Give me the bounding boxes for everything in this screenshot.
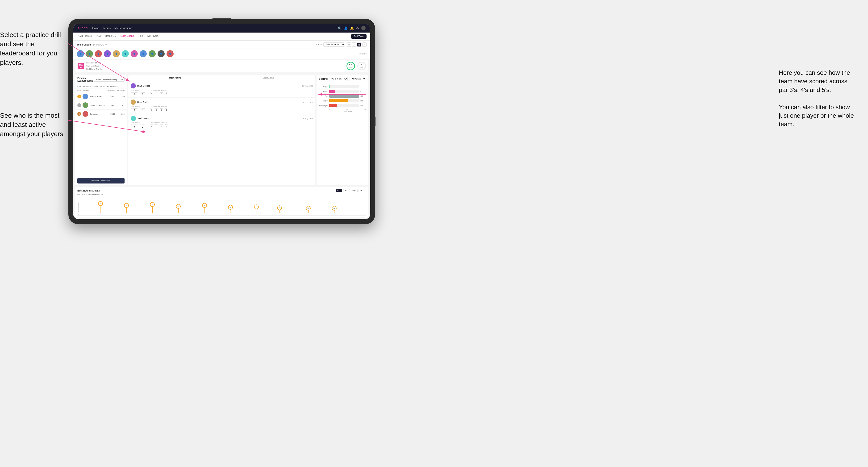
- tab-least-active[interactable]: Least Active: [222, 75, 315, 81]
- x-label-200: 200: [346, 108, 348, 110]
- shot-info-card: 198 SQ Shot Dist: 16 yds Start Lie: Roug…: [75, 60, 368, 72]
- shot-badge: 198 SQ: [78, 63, 84, 69]
- shot-circle-2-val: 0: [361, 64, 363, 67]
- players-label: Players: [360, 53, 367, 55]
- subnav-pga[interactable]: PGA: [96, 35, 101, 38]
- stat-practice-activities-2: Total Practice Activities OTT 0 APP 0: [150, 106, 168, 112]
- shot-start-lie: Start Lie: Rough: [86, 65, 103, 68]
- stat-rounds-label-1: Total Rounds: [131, 89, 145, 91]
- bell-icon[interactable]: 🔔: [350, 26, 354, 30]
- bar-label-eagles: Eagles: [319, 86, 328, 88]
- scoring-par-filter[interactable]: Par 3, 4 & 5s: [329, 77, 348, 81]
- stat-rounds-1: Total Rounds Tournament 7 Practice 6: [131, 89, 145, 96]
- subnav-links: PGAT Players PGA Hcaps 1-5 Team Clippd T…: [77, 35, 351, 38]
- nav-link-home[interactable]: Home: [92, 27, 99, 30]
- annotation-left1-text: Select a practice drill and see the lead…: [0, 31, 61, 66]
- view-list-icon[interactable]: ≡: [352, 42, 356, 47]
- activity-item-1: Blair McHarg 26 Aug 2023 Total Rounds To…: [128, 81, 315, 98]
- subnav-tour[interactable]: Tour: [138, 35, 143, 38]
- subnav: PGAT Players PGA Hcaps 1-5 Team Clippd T…: [73, 33, 370, 40]
- leaderboard-header-row: Practice Leaderboards PUTT Must Make Put…: [75, 75, 127, 84]
- nav-link-teams[interactable]: Teams: [103, 27, 111, 30]
- filter-app[interactable]: APP: [343, 189, 350, 192]
- shot-circle-2: 0 yds: [357, 62, 366, 70]
- streak-dot-5x-1: 5x: [176, 204, 181, 213]
- practice-leaderboard-panel: Practice Leaderboards PUTT Must Make Put…: [75, 75, 127, 185]
- tablet-screen: clippd Home Teams My Performance 🔍 👤 🔔 ⚙…: [73, 24, 370, 219]
- player-avatar-4[interactable]: 👤: [104, 50, 111, 57]
- streak-dot-4x-2: 4x: [254, 205, 259, 213]
- activity-avatar-3: [131, 116, 136, 121]
- scoring-header: Scoring Par 3, 4 & 5s All Players: [316, 75, 368, 83]
- stat-rounds-3: Total Rounds Tournament 7 Practice 2: [131, 122, 145, 128]
- player-avatar-10[interactable]: 👤: [158, 50, 165, 57]
- show-dropdown[interactable]: Last 3 months: [323, 42, 345, 47]
- filter-arg[interactable]: ARG: [351, 189, 358, 192]
- filter-putt[interactable]: PUTT: [359, 189, 366, 192]
- person-icon[interactable]: 👤: [344, 26, 348, 30]
- team-title: Team Clippd | 14 Players: [77, 43, 104, 46]
- streak-dot-3x-2: 3x: [332, 206, 337, 213]
- edit-icon[interactable]: ✏: [105, 44, 107, 46]
- bar-value-dbogeys: 131: [360, 105, 366, 106]
- subnav-pgat[interactable]: PGAT Players: [77, 35, 92, 38]
- player-avatar-11[interactable]: 👤: [166, 50, 174, 57]
- subnav-hcaps[interactable]: Hcaps 1-5: [105, 35, 116, 38]
- view-sort-icon[interactable]: ⇅: [362, 42, 367, 47]
- x-axis: 0 200 400: [319, 108, 366, 110]
- player-avatar-8[interactable]: 👤: [140, 50, 147, 57]
- tab-most-active[interactable]: Most Active: [128, 75, 222, 81]
- player-avatar-3[interactable]: 👤: [95, 50, 102, 57]
- search-icon[interactable]: 🔍: [338, 26, 342, 30]
- leaderboard-col-headers: PLAYER NAME PB SCORE PB AVG SQ: [75, 88, 127, 92]
- streak-dot-7x-1: 7x: [98, 201, 103, 213]
- shot-circle-2-unit: yds: [361, 67, 363, 69]
- bar-track-eagles: [329, 85, 359, 88]
- player-avatar-5[interactable]: 👤: [113, 50, 120, 57]
- shot-circles: 16 yds 0 yds: [346, 62, 366, 70]
- scoring-title: Scoring: [319, 77, 328, 80]
- view-grid-icon[interactable]: ⊞: [347, 42, 351, 47]
- subnav-team-clippd[interactable]: Team Clippd: [120, 35, 134, 38]
- lb-avatar-1: [83, 94, 88, 99]
- add-team-button[interactable]: Add Team: [351, 34, 367, 39]
- streak-circle-7x-1: 7x: [98, 201, 103, 206]
- lb-avg-1: 110: [115, 96, 125, 98]
- scoring-player-filter[interactable]: All Players: [349, 77, 366, 81]
- streak-circle-4x-3: 4x: [277, 206, 282, 210]
- bar-row-eagles: Eagles 3: [319, 85, 366, 88]
- player-avatar-2[interactable]: 👤: [86, 50, 93, 57]
- activity-player-1: Blair McHarg: [131, 83, 151, 88]
- leaderboard-dropdown[interactable]: PUTT Must Make Putting...: [94, 77, 125, 82]
- rank-badge-3: 3: [78, 112, 81, 116]
- nav-logo: clippd: [78, 26, 88, 30]
- tablet-power-button[interactable]: [375, 117, 375, 126]
- leaderboard-item-1[interactable]: 1 Richard Butler 19/20 110: [75, 92, 127, 101]
- subnav-all-players[interactable]: All Players: [147, 35, 158, 38]
- bar-fill-dbogeys: [329, 104, 337, 107]
- leaderboard-title: Practice Leaderboards: [78, 77, 94, 82]
- streak-stem-4x-3: [279, 210, 280, 213]
- filter-ott[interactable]: OTT: [336, 189, 342, 192]
- activity-header-2: Rees Britt 02 Sep 2023: [131, 99, 313, 105]
- streak-circle-5x-1: 5x: [176, 204, 181, 209]
- nav-link-performance[interactable]: My Performance: [115, 27, 133, 30]
- avatar-icon[interactable]: [361, 26, 366, 30]
- leaderboard-item-3[interactable]: 3 Cameron... 17/20 103: [75, 110, 127, 118]
- leaderboard-item-2[interactable]: 2 Edward Crossman 18/20 107: [75, 101, 127, 110]
- view-card-icon[interactable]: ▦: [357, 42, 361, 47]
- streak-dot-4x-3: 4x: [277, 206, 282, 213]
- bottom-header: Best Round Streaks OTT APP ARG PUTT: [78, 189, 366, 192]
- player-avatar-1[interactable]: 👤: [77, 50, 84, 57]
- stat-practice-activities-3: Total Practice Activities OTT 0 APP 0: [150, 122, 168, 128]
- view-full-leaderboard-button[interactable]: View Full Leaderboard: [78, 178, 125, 184]
- player-avatar-6[interactable]: 👤: [122, 50, 129, 57]
- lb-avg-3: 103: [115, 113, 125, 115]
- annotation-left2-text: See who is the most and least active amo…: [0, 112, 65, 137]
- player-avatar-7[interactable]: 👤: [131, 50, 138, 57]
- player-avatar-9[interactable]: 👤: [149, 50, 156, 57]
- activity-player-2: Rees Britt: [131, 99, 148, 105]
- settings-icon[interactable]: ⚙: [356, 26, 359, 30]
- navbar: clippd Home Teams My Performance 🔍 👤 🔔 ⚙: [73, 24, 370, 33]
- team-title-group: Team Clippd | 14 Players ✏: [77, 43, 107, 46]
